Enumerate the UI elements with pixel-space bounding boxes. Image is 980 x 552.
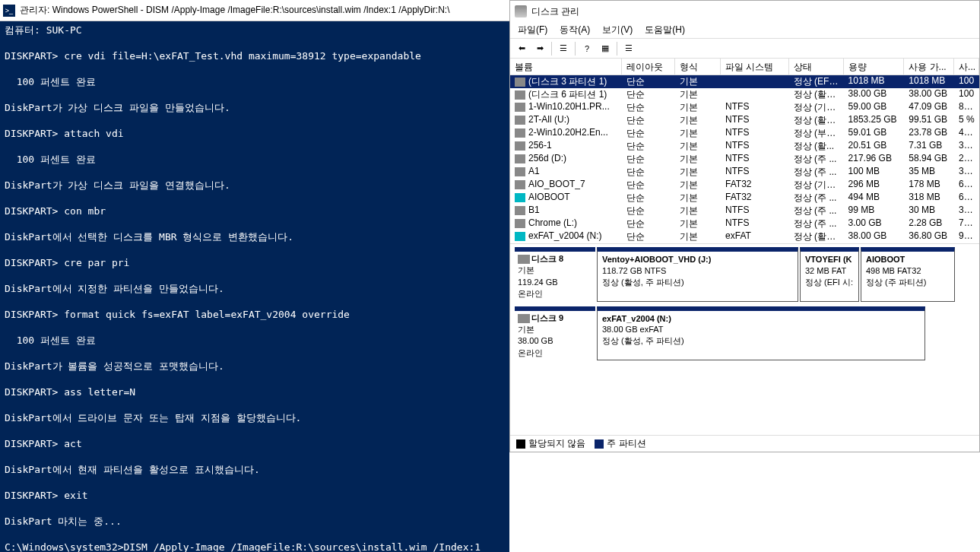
cell: NTFS <box>721 205 789 217</box>
cell: 정상 (기본... <box>789 101 844 114</box>
console-line <box>5 347 505 360</box>
volume-row[interactable]: 1-Win10.20H1.PR...단순기본NTFS정상 (기본...59.00… <box>510 101 979 114</box>
cell: 단순 <box>622 75 675 88</box>
col-free[interactable]: 사용 가... <box>904 59 954 75</box>
cell: 1853.25 GB <box>844 114 905 127</box>
cell: 기본 <box>675 153 721 166</box>
console-line <box>5 425 505 438</box>
partition[interactable]: AIOBOOT498 MB FAT32정상 (주 파티션) <box>861 247 955 302</box>
powershell-console[interactable]: 컴퓨터: SUK-PCDISKPART> cre vdi file=H:\exF… <box>0 21 509 552</box>
cell <box>721 75 789 88</box>
partition[interactable]: Ventoy+AIOBOOT_VHD (J:)118.72 GB NTFS정상 … <box>597 247 798 302</box>
cell: 기본 <box>675 127 721 140</box>
back-button[interactable]: ⬅ <box>513 41 530 56</box>
col-status[interactable]: 상태 <box>789 59 844 75</box>
partition[interactable]: exFAT_v2004 (N:)38.00 GB exFAT정상 (활성, 주 … <box>597 306 925 361</box>
cell: 2-Win10.20H2.En... <box>510 127 622 140</box>
col-type[interactable]: 형식 <box>675 59 721 75</box>
forward-button[interactable]: ➡ <box>531 41 548 56</box>
volume-row[interactable]: A1단순기본NTFS정상 (주 ...100 MB35 MB35 % <box>510 166 979 179</box>
console-line: DISKPART> format quick fs=exFAT label=ex… <box>5 309 505 322</box>
cell: NTFS <box>721 217 789 230</box>
volume-row[interactable]: 256-1단순기본NTFS정상 (활...20.51 GB7.31 GB36 % <box>510 140 979 153</box>
console-line: DISKPART> con mbr <box>5 205 505 218</box>
cell: 1018 MB <box>844 75 905 88</box>
cell: FAT32 <box>721 192 789 205</box>
cell: 60 % <box>954 179 979 192</box>
cell: 정상 (부팅... <box>789 127 844 140</box>
volume-row[interactable]: 2T-All (U:)단순기본NTFS정상 (활성...1853.25 GB99… <box>510 114 979 127</box>
console-line <box>5 503 505 516</box>
properties-button[interactable]: ▦ <box>597 41 614 56</box>
cell: 256d (D:) <box>510 153 622 166</box>
volume-icon <box>515 167 525 176</box>
cell: 76 % <box>954 217 979 230</box>
volume-icon <box>515 219 525 228</box>
cell: 30 % <box>954 205 979 217</box>
powershell-titlebar[interactable]: >_ 관리자: Windows PowerShell - DISM /Apply… <box>0 0 509 21</box>
cell: 기본 <box>675 166 721 179</box>
toolbar: ⬅ ➡ ☰ ? ▦ ☰ <box>510 39 979 59</box>
disk-info[interactable]: 디스크 8기본119.24 GB온라인 <box>515 247 595 302</box>
volume-row[interactable]: AIOBOOT단순기본FAT32정상 (주 ...494 MB318 MB64 … <box>510 192 979 205</box>
col-capacity[interactable]: 용량 <box>844 59 905 75</box>
volume-row[interactable]: 2-Win10.20H2.En...단순기본NTFS정상 (부팅...59.01… <box>510 127 979 140</box>
console-line: DISKPART> attach vdi <box>5 128 505 141</box>
col-filesystem[interactable]: 파일 시스템 <box>721 59 789 75</box>
volume-row[interactable]: B1단순기본NTFS정상 (주 ...99 MB30 MB30 % <box>510 205 979 217</box>
col-layout[interactable]: 레이아웃 <box>622 59 675 75</box>
volume-row[interactable]: exFAT_v2004 (N:)단순기본exFAT정상 (활성...38.00 … <box>510 230 979 243</box>
disk-info[interactable]: 디스크 9기본38.00 GB온라인 <box>515 306 595 361</box>
col-percent[interactable]: 사... <box>954 59 979 75</box>
menu-file[interactable]: 파일(F) <box>513 22 552 38</box>
console-line <box>5 451 505 464</box>
list-button[interactable]: ☰ <box>620 41 637 56</box>
menu-action[interactable]: 동작(A) <box>555 22 595 38</box>
cell: exFAT_v2004 (N:) <box>510 230 622 243</box>
cell: 23.78 GB <box>904 127 954 140</box>
col-volume[interactable]: 볼륨 <box>510 59 622 75</box>
disk-management-titlebar[interactable]: 디스크 관리 <box>510 1 979 22</box>
cell: 97 % <box>954 230 979 243</box>
disk-management-title-text: 디스크 관리 <box>531 5 579 18</box>
refresh-button[interactable]: ☰ <box>555 41 572 56</box>
cell: 기본 <box>675 101 721 114</box>
cell: 1-Win10.20H1.PR... <box>510 101 622 114</box>
cell: 99 MB <box>844 205 905 217</box>
volume-icon <box>515 154 525 163</box>
cell: 494 MB <box>844 192 905 205</box>
cell: 217.96 GB <box>844 153 905 166</box>
volume-icon <box>515 206 525 215</box>
cell: 99.51 GB <box>904 114 954 127</box>
volume-row[interactable]: Chrome (L:)단순기본NTFS정상 (주 ...3.00 GB2.28 … <box>510 217 979 230</box>
menu-bar: 파일(F) 동작(A) 보기(V) 도움말(H) <box>510 22 979 39</box>
partition[interactable]: VTOYEFI (K32 MB FAT정상 (EFI 시: <box>800 247 859 302</box>
disk-graphic-panel: 디스크 8기본119.24 GB온라인Ventoy+AIOBOOT_VHD (J… <box>510 244 979 435</box>
console-line: 100 퍼센트 완료 <box>5 335 505 347</box>
cell: 단순 <box>622 166 675 179</box>
cell: 기본 <box>675 140 721 153</box>
cell: Chrome (L:) <box>510 217 622 230</box>
cell: A1 <box>510 166 622 179</box>
cell: 40 % <box>954 127 979 140</box>
volume-row[interactable]: 256d (D:)단순기본NTFS정상 (주 ...217.96 GB58.94… <box>510 153 979 166</box>
cell: 단순 <box>622 88 675 101</box>
console-line <box>5 296 505 309</box>
volume-row[interactable]: (디스크 3 파티션 1)단순기본정상 (EFI ...1018 MB1018 … <box>510 75 979 88</box>
volume-row[interactable]: (디스크 6 파티션 1)단순기본정상 (활성...38.00 GB38.00 … <box>510 88 979 101</box>
cell: 35 MB <box>904 166 954 179</box>
menu-help[interactable]: 도움말(H) <box>640 22 690 38</box>
volume-row[interactable]: AIO_BOOT_7단순기본FAT32정상 (기본...296 MB178 MB… <box>510 179 979 192</box>
cell: AIO_BOOT_7 <box>510 179 622 192</box>
cell: 30 MB <box>904 205 954 217</box>
cell: 296 MB <box>844 179 905 192</box>
menu-view[interactable]: 보기(V) <box>598 22 637 38</box>
cell: AIOBOOT <box>510 192 622 205</box>
cell: 36 % <box>954 140 979 153</box>
console-line <box>5 399 505 412</box>
cell: 단순 <box>622 179 675 192</box>
toolbar-separator <box>617 42 617 56</box>
console-line <box>5 244 505 257</box>
help-button[interactable]: ? <box>579 41 595 56</box>
legend-unallocated-icon <box>516 439 525 449</box>
